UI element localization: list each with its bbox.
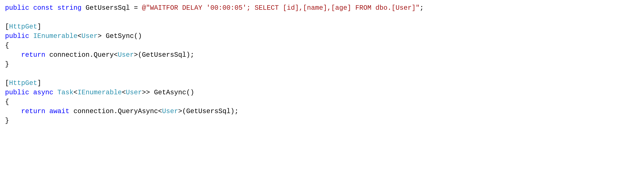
code-line: public async Task<IEnumerable<User>> Get… <box>5 89 194 96</box>
keyword-public: public <box>5 32 29 40</box>
type-user: User <box>82 32 98 40</box>
indent <box>5 108 21 115</box>
identifier-getasync: GetAsync <box>154 89 186 96</box>
identifier-getsync: GetSync <box>106 32 134 40</box>
type-task: Task <box>57 89 74 96</box>
identifier-connection: connection <box>74 108 114 115</box>
angle-close: > <box>98 32 102 40</box>
angle-open: < <box>74 89 78 96</box>
attribute-httpget: HttpGet <box>9 79 37 87</box>
angle-open: < <box>158 108 162 115</box>
identifier-query: Query <box>94 51 114 59</box>
identifier-getuserssql: GetUsersSql <box>186 108 230 115</box>
semicolon: ; <box>420 4 424 12</box>
parens-empty: () <box>134 32 142 40</box>
identifier-getuserssql: GetUsersSql <box>142 51 186 59</box>
keyword-public: public <box>5 4 29 12</box>
code-line: } <box>5 117 9 124</box>
code-line: [HttpGet] <box>5 23 41 31</box>
keyword-const: const <box>33 4 53 12</box>
dot: . <box>90 51 94 59</box>
identifier-queryasync: QueryAsync <box>118 108 158 115</box>
paren-open: ( <box>138 51 142 59</box>
type-user: User <box>162 108 178 115</box>
keyword-public: public <box>5 89 29 96</box>
string-literal-body: WAITFOR DELAY '00:00:05'; SELECT [id],[n… <box>150 4 416 12</box>
angle-close: > <box>146 89 150 96</box>
brace-close: } <box>5 117 9 124</box>
keyword-string: string <box>57 4 82 12</box>
string-literal-suffix: " <box>416 4 420 12</box>
code-line: { <box>5 42 9 49</box>
attr-close-bracket: ] <box>37 23 41 31</box>
keyword-async: async <box>33 89 53 96</box>
type-user: User <box>118 51 134 59</box>
attr-open-bracket: [ <box>5 23 9 31</box>
indent <box>5 51 21 59</box>
code-line: { <box>5 98 9 106</box>
keyword-return: return <box>21 51 45 59</box>
code-line: public const string GetUsersSql = @"WAIT… <box>5 4 424 12</box>
code-line: } <box>5 61 9 68</box>
attribute-httpget: HttpGet <box>9 23 37 31</box>
type-ienumerable: IEnumerable <box>78 89 122 96</box>
string-literal-prefix: @" <box>142 4 150 12</box>
semicolon: ; <box>190 51 194 59</box>
angle-close: > <box>134 51 138 59</box>
paren-open: ( <box>182 108 186 115</box>
angle-open: < <box>78 32 82 40</box>
code-line: [HttpGet] <box>5 79 41 87</box>
brace-close: } <box>5 61 9 68</box>
code-line: return connection.Query<User>(GetUsersSq… <box>5 51 194 59</box>
angle-open: < <box>114 51 118 59</box>
code-block: public const string GetUsersSql = @"WAIT… <box>0 0 644 129</box>
type-user: User <box>126 89 142 96</box>
dot: . <box>114 108 118 115</box>
code-line: public IEnumerable<User> GetSync() <box>5 32 142 40</box>
attr-close-bracket: ] <box>37 79 41 87</box>
type-ienumerable: IEnumerable <box>33 32 78 40</box>
paren-close: ) <box>186 51 190 59</box>
parens-empty: () <box>186 89 194 96</box>
brace-open: { <box>5 42 9 49</box>
brace-open: { <box>5 98 9 106</box>
operator-equals: = <box>130 4 142 12</box>
paren-close: ) <box>230 108 234 115</box>
attr-open-bracket: [ <box>5 79 9 87</box>
identifier-connection: connection <box>49 51 90 59</box>
angle-close: > <box>142 89 146 96</box>
angle-close: > <box>178 108 182 115</box>
semicolon: ; <box>234 108 238 115</box>
keyword-await: await <box>49 108 70 115</box>
identifier-getuserssql: GetUsersSql <box>86 4 130 12</box>
code-line: return await connection.QueryAsync<User>… <box>5 108 238 115</box>
angle-open: < <box>122 89 126 96</box>
keyword-return: return <box>21 108 45 115</box>
